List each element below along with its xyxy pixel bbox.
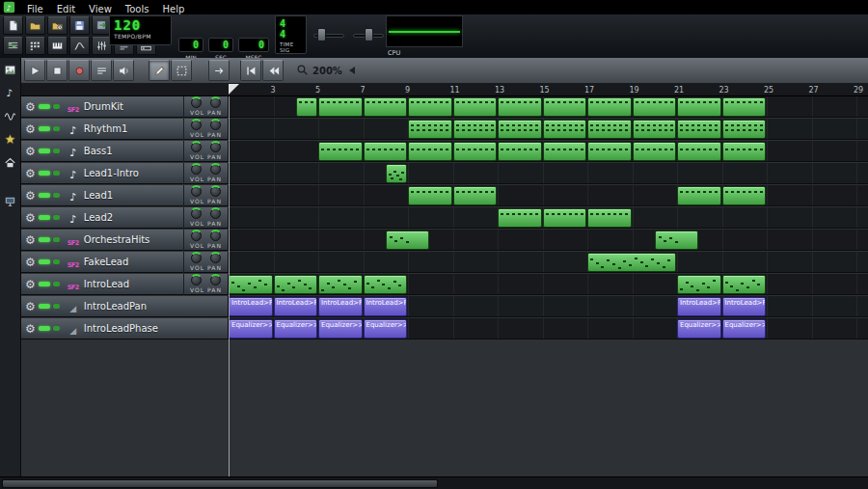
track-lane[interactable]	[229, 185, 868, 206]
automation-segment[interactable]: IntroLead>P	[318, 297, 363, 316]
track-settings-icon[interactable]: ⚙	[25, 257, 36, 268]
track-settings-icon[interactable]: ⚙	[25, 301, 36, 312]
mute-led[interactable]	[39, 326, 50, 331]
stop-button[interactable]	[46, 60, 68, 81]
recent-projects-button[interactable]	[47, 16, 68, 35]
solo-led[interactable]	[53, 326, 60, 331]
pattern-segment[interactable]	[498, 97, 542, 117]
solo-led[interactable]	[53, 304, 60, 309]
track-settings-icon[interactable]: ⚙	[25, 323, 36, 335]
track-lane[interactable]: Equalizer>>|Equalizer>>|Equalizer>>|Equa…	[229, 318, 868, 340]
pattern-segment[interactable]	[318, 97, 363, 117]
pan-knob[interactable]	[210, 97, 221, 108]
pan-knob[interactable]	[210, 142, 221, 152]
pattern-segment[interactable]	[318, 275, 363, 294]
solo-led[interactable]	[53, 171, 60, 176]
timeline-ruler[interactable]: 357911131517192123252729	[21, 84, 868, 96]
pattern-segment[interactable]	[408, 120, 452, 139]
pattern-segment[interactable]	[543, 142, 587, 161]
track-lane[interactable]	[229, 230, 868, 251]
pattern-segment[interactable]	[677, 186, 721, 205]
mute-led[interactable]	[39, 126, 50, 131]
track-lane[interactable]	[229, 163, 868, 184]
pattern-segment[interactable]	[722, 120, 767, 139]
pattern-segment[interactable]	[543, 208, 587, 228]
loop-marker-button[interactable]	[91, 60, 112, 81]
pattern-segment[interactable]	[364, 142, 408, 161]
metronome-button[interactable]	[113, 60, 134, 81]
playhead-marker[interactable]	[229, 84, 239, 95]
pan-knob[interactable]	[210, 208, 221, 219]
pattern-segment[interactable]	[296, 97, 317, 117]
track-name[interactable]: Rhythm1	[84, 123, 183, 134]
menu-edit[interactable]: Edit	[50, 4, 82, 14]
mute-led[interactable]	[39, 193, 50, 198]
track-name[interactable]: IntroLeadPan	[84, 301, 228, 312]
mute-led[interactable]	[39, 259, 50, 264]
menu-help[interactable]: Help	[155, 4, 191, 14]
menu-tools[interactable]: Tools	[119, 4, 156, 14]
pattern-segment[interactable]	[677, 275, 721, 294]
track-settings-icon[interactable]: ⚙	[25, 146, 36, 157]
time-sig-display[interactable]: 4 4 TIME SIG	[275, 15, 307, 54]
edit-mode-button[interactable]	[171, 60, 192, 81]
track-name[interactable]: IntroLead	[84, 279, 183, 289]
pattern-segment[interactable]	[386, 164, 407, 183]
pattern-segment[interactable]	[677, 142, 721, 161]
pattern-segment[interactable]	[318, 142, 363, 161]
track-lane[interactable]: IntroLead>PIntroLead>PIntroLead>PIntroLe…	[229, 296, 868, 317]
pattern-segment[interactable]	[633, 120, 677, 139]
track-settings-icon[interactable]: ⚙	[25, 234, 36, 246]
track-settings-icon[interactable]: ⚙	[25, 279, 36, 290]
sidebar-my-projects[interactable]: ♪	[2, 85, 18, 101]
sidebar-presets[interactable]	[2, 131, 18, 148]
solo-led[interactable]	[53, 126, 60, 131]
master-pitch-handle[interactable]	[365, 28, 373, 41]
zoom-dropdown-icon[interactable]	[349, 67, 355, 74]
track-lane[interactable]	[229, 207, 868, 229]
pattern-segment[interactable]	[722, 186, 767, 205]
automation-segment[interactable]: IntroLead>P	[364, 297, 408, 316]
solo-led[interactable]	[53, 259, 60, 264]
volume-knob[interactable]	[191, 208, 202, 219]
pattern-segment[interactable]	[587, 253, 676, 272]
new-project-button[interactable]	[3, 16, 23, 35]
track-name[interactable]: Lead2	[84, 212, 183, 223]
mute-led[interactable]	[39, 149, 50, 153]
mute-led[interactable]	[39, 215, 50, 220]
volume-knob[interactable]	[191, 120, 202, 130]
automation-segment[interactable]: Equalizer>>|	[318, 319, 363, 339]
track-settings-icon[interactable]: ⚙	[25, 212, 36, 224]
bb-editor-toggle[interactable]	[25, 37, 45, 55]
track-settings-icon[interactable]: ⚙	[25, 101, 36, 113]
sidebar-samples[interactable]	[2, 108, 18, 124]
solo-led[interactable]	[53, 215, 60, 220]
pattern-segment[interactable]	[543, 97, 587, 117]
pattern-segment[interactable]	[364, 275, 408, 294]
open-project-button[interactable]	[25, 16, 45, 35]
horizontal-scrollbar[interactable]	[0, 476, 868, 489]
pattern-segment[interactable]	[274, 275, 318, 294]
pattern-segment[interactable]	[633, 97, 677, 117]
pattern-segment[interactable]	[408, 97, 452, 117]
pattern-segment[interactable]	[229, 275, 273, 294]
zoom-control[interactable]: 200%	[296, 62, 355, 80]
volume-knob[interactable]	[191, 97, 202, 108]
track-name[interactable]: DrumKit	[84, 101, 183, 112]
automation-segment[interactable]: Equalizer>>|	[677, 319, 721, 339]
automation-segment[interactable]: IntroLead>P	[229, 297, 273, 316]
back-to-start-button[interactable]	[240, 60, 261, 81]
pattern-segment[interactable]	[364, 97, 408, 117]
forward-button[interactable]	[208, 60, 230, 81]
menu-view[interactable]: View	[82, 4, 119, 14]
rewind-button[interactable]	[262, 60, 284, 81]
mute-led[interactable]	[39, 237, 50, 242]
master-volume-handle[interactable]	[317, 28, 326, 41]
volume-knob[interactable]	[191, 142, 202, 152]
pattern-segment[interactable]	[453, 97, 498, 117]
automation-segment[interactable]: IntroLead>P	[677, 297, 721, 316]
pattern-segment[interactable]	[386, 231, 430, 250]
track-name[interactable]: FakeLead	[84, 257, 183, 267]
volume-knob[interactable]	[191, 231, 202, 241]
pattern-segment[interactable]	[453, 142, 498, 161]
